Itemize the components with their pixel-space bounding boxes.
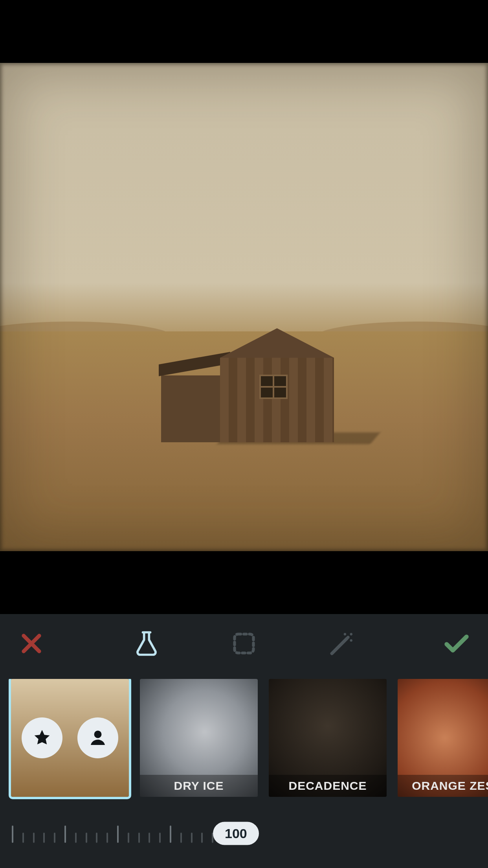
svg-point-2 xyxy=(350,633,352,635)
frames-tab[interactable] xyxy=(230,629,258,658)
formulas-tab[interactable] xyxy=(132,629,161,658)
slider-tick xyxy=(128,833,129,843)
slider-tick xyxy=(22,833,24,843)
slider-tick xyxy=(106,833,108,843)
preview-decoration xyxy=(161,338,334,442)
slider-track[interactable] xyxy=(12,825,224,848)
magic-tab[interactable] xyxy=(327,629,357,658)
filter-label: DRY ICE xyxy=(140,775,258,797)
svg-point-5 xyxy=(94,731,102,738)
filter-tile-decadence[interactable]: DECADENCE xyxy=(269,679,387,797)
slider-tick xyxy=(54,833,55,843)
slider-tick xyxy=(96,833,97,843)
filter-strip[interactable]: DRY ICE DECADENCE ORANGE ZEST xyxy=(0,679,488,805)
editor-panel: DRY ICE DECADENCE ORANGE ZEST 100 xyxy=(0,614,488,868)
flask-icon xyxy=(132,629,161,658)
photo-preview[interactable] xyxy=(0,63,488,551)
slider-tick xyxy=(170,826,171,843)
filter-tile-originals[interactable] xyxy=(11,679,129,797)
slider-tick xyxy=(64,826,66,843)
cancel-button[interactable] xyxy=(0,630,63,657)
confirm-button[interactable] xyxy=(425,629,488,658)
slider-value-pill[interactable]: 100 xyxy=(213,822,259,845)
slider-tick xyxy=(75,833,77,843)
svg-point-3 xyxy=(343,633,346,635)
filter-label: DECADENCE xyxy=(269,775,387,797)
filter-tile-dry-ice[interactable]: DRY ICE xyxy=(140,679,258,797)
svg-point-4 xyxy=(350,639,352,642)
person-icon xyxy=(87,727,108,748)
slider-tick xyxy=(201,833,203,843)
svg-point-1 xyxy=(347,636,350,639)
slider-tick xyxy=(117,826,119,843)
filter-label: ORANGE ZEST xyxy=(398,775,488,797)
favorites-button[interactable] xyxy=(22,717,62,758)
toolbar xyxy=(0,622,488,665)
slider-tick xyxy=(12,826,13,843)
strength-slider[interactable]: 100 xyxy=(0,821,488,852)
frame-icon xyxy=(230,629,258,658)
star-icon xyxy=(31,727,53,748)
slider-tick xyxy=(43,833,45,843)
slider-tick xyxy=(138,833,140,843)
wand-icon xyxy=(327,629,357,658)
slider-tick xyxy=(149,833,150,843)
filter-tile-orange-zest[interactable]: ORANGE ZEST xyxy=(398,679,488,797)
check-icon xyxy=(442,629,471,658)
slider-tick xyxy=(33,833,35,843)
my-formulas-button[interactable] xyxy=(77,717,118,758)
slider-tick xyxy=(86,833,87,843)
slider-tick xyxy=(180,833,182,843)
slider-tick xyxy=(191,833,193,843)
close-icon xyxy=(18,630,45,657)
svg-rect-0 xyxy=(235,634,253,653)
slider-tick xyxy=(159,833,161,843)
